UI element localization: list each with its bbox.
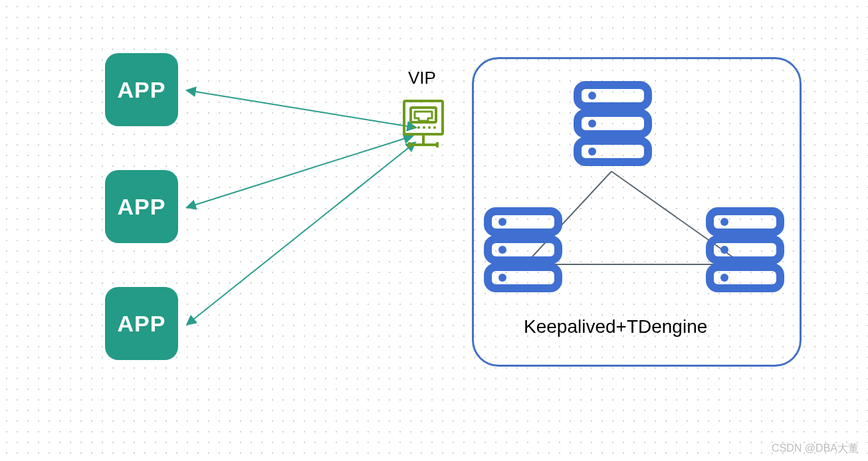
svg-rect-13: [578, 141, 648, 162]
svg-point-14: [588, 92, 596, 100]
server-node-left-icon: [480, 203, 566, 296]
svg-point-15: [588, 120, 596, 128]
svg-point-28: [720, 274, 728, 282]
svg-rect-24: [710, 239, 780, 260]
svg-point-20: [498, 218, 506, 226]
svg-point-26: [720, 218, 728, 226]
cluster-label: Keepalived+TDengine: [524, 316, 707, 337]
svg-rect-12: [578, 113, 648, 134]
watermark-text: CSDN @DBA大董: [772, 442, 859, 456]
diagram-layer: APP APP APP VIP: [0, 0, 868, 461]
svg-rect-18: [488, 239, 558, 260]
svg-rect-23: [710, 211, 780, 232]
svg-point-22: [498, 274, 506, 282]
svg-rect-17: [488, 211, 558, 232]
server-node-top-icon: [570, 77, 656, 170]
svg-rect-19: [488, 267, 558, 288]
svg-rect-11: [578, 85, 648, 106]
svg-rect-25: [710, 267, 780, 288]
svg-point-21: [498, 246, 506, 254]
svg-point-16: [588, 147, 596, 155]
svg-point-27: [720, 246, 728, 254]
server-node-right-icon: [702, 203, 788, 296]
